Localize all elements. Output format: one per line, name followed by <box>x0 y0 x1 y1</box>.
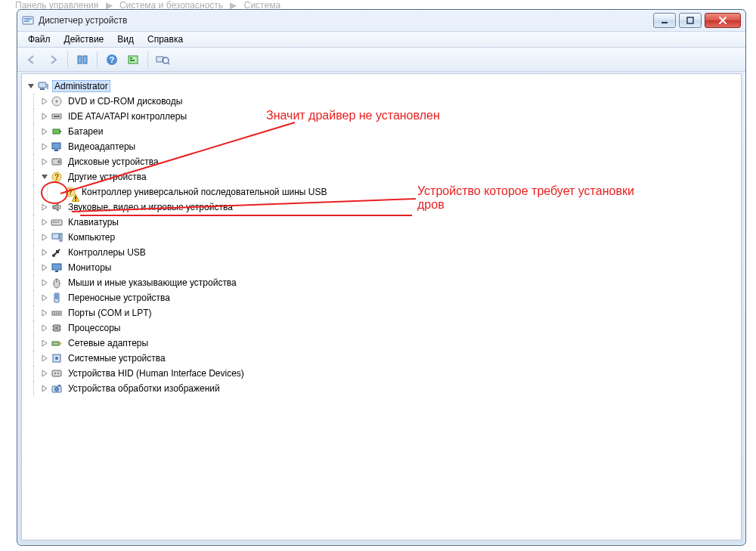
tree-item-label[interactable]: Системные устройства <box>66 352 168 364</box>
breadcrumb-segment: Панель управления <box>15 0 98 9</box>
tree-item[interactable]: Системные устройства <box>26 351 736 366</box>
close-button[interactable] <box>705 13 741 28</box>
chevron-right-icon[interactable] <box>40 218 49 227</box>
tree-item[interactable]: Устройства обработки изображений <box>26 381 736 396</box>
tree-item[interactable]: Мыши и иные указывающие устройства <box>26 275 736 290</box>
scan-button[interactable] <box>153 50 172 70</box>
tree-item-label[interactable]: Процессоры <box>66 322 123 334</box>
svg-rect-4 <box>687 17 693 23</box>
tree-item[interactable]: Переносные устройства <box>26 290 736 305</box>
chevron-right-icon[interactable] <box>40 354 49 363</box>
chevron-right-icon[interactable] <box>40 263 49 272</box>
tree-item-label[interactable]: IDE ATA/ATAPI контроллеры <box>66 110 189 122</box>
chevron-right-icon: ▶ <box>230 0 237 9</box>
menu-help[interactable]: Справка <box>141 33 189 46</box>
tree-item[interactable]: Сетевые адаптеры <box>26 336 736 351</box>
chevron-right-icon[interactable] <box>40 248 49 257</box>
tree-root[interactable]: Administrator <box>26 79 736 94</box>
chevron-down-icon[interactable] <box>26 82 36 91</box>
minimize-button[interactable] <box>653 13 676 28</box>
tree-item-label[interactable]: Контроллер универсальной последовательно… <box>79 186 329 198</box>
svg-rect-66 <box>58 385 60 386</box>
tree-item[interactable]: Звуковые, видео и игровые устройства <box>26 200 736 215</box>
port-icon <box>51 307 63 319</box>
tree-item[interactable]: Процессоры <box>26 320 736 336</box>
tree-item-label[interactable]: Administrator <box>52 80 110 92</box>
breadcrumb: Панель управления ▶ Система и безопаснос… <box>15 0 741 9</box>
tree-item[interactable]: Батареи <box>26 124 736 139</box>
menu-file[interactable]: Файл <box>22 33 57 46</box>
tree-item[interactable]: Компьютер <box>26 230 736 245</box>
title-bar[interactable]: Диспетчер устройств <box>17 10 745 31</box>
tree-item-label[interactable]: Контроллеры USB <box>66 246 148 258</box>
back-button[interactable] <box>22 50 42 70</box>
tree-item[interactable]: Дисковые устройства <box>26 154 736 169</box>
system-device-icon <box>51 352 63 364</box>
usb-icon <box>51 246 63 258</box>
tree-item[interactable]: ?Другие устройства <box>26 169 736 184</box>
forward-button[interactable] <box>43 50 63 70</box>
svg-rect-57 <box>52 342 59 345</box>
menu-view[interactable]: Вид <box>111 33 140 46</box>
tree-item[interactable]: DVD и CD-ROM дисководы <box>26 94 736 109</box>
tree-item-label[interactable]: Дисковые устройства <box>66 156 161 168</box>
tree-item[interactable]: Контроллеры USB <box>26 245 736 260</box>
chevron-right-icon[interactable] <box>40 323 49 333</box>
close-icon <box>718 16 727 25</box>
svg-rect-3 <box>662 22 668 23</box>
svg-text:?: ? <box>54 173 59 181</box>
tree-item-label[interactable]: Мониторы <box>66 262 113 274</box>
tree-item-label[interactable]: Сетевые адаптеры <box>66 337 150 349</box>
chevron-right-icon[interactable] <box>40 339 49 348</box>
chevron-right-icon[interactable] <box>40 384 49 393</box>
chevron-right-icon[interactable] <box>40 142 49 151</box>
tree-item-label[interactable]: Переносные устройства <box>66 292 172 304</box>
menu-action[interactable]: Действие <box>58 33 110 46</box>
tree-item-label[interactable]: Мыши и иные указывающие устройства <box>66 277 239 289</box>
svg-rect-15 <box>39 82 46 88</box>
tree-item-label[interactable]: Клавиатуры <box>66 216 121 228</box>
tree-item[interactable]: IDE ATA/ATAPI контроллеры <box>26 109 736 124</box>
chevron-right-icon[interactable] <box>40 308 49 317</box>
speaker-icon <box>51 201 63 213</box>
svg-rect-39 <box>60 234 62 241</box>
chevron-right-icon[interactable] <box>40 293 49 302</box>
details-button[interactable] <box>123 50 143 70</box>
tree-item-label[interactable]: Устройства HID (Human Interface Devices) <box>66 367 246 379</box>
columns-icon <box>76 54 88 66</box>
svg-point-50 <box>58 313 60 314</box>
chevron-right-icon[interactable] <box>40 127 49 136</box>
tree-item-label[interactable]: Порты (COM и LPT) <box>66 307 154 319</box>
tree-item-label[interactable]: Компьютер <box>66 231 117 243</box>
chevron-right-icon[interactable] <box>40 369 49 378</box>
show-hidden-button[interactable] <box>73 50 92 70</box>
svg-rect-61 <box>52 370 61 376</box>
battery-icon <box>51 125 63 138</box>
chevron-right-icon[interactable] <box>40 112 49 121</box>
tree-item-label[interactable]: Видеоадаптеры <box>66 141 138 153</box>
toolbar-separator <box>67 51 68 68</box>
tree-item[interactable]: Видеоадаптеры <box>26 139 736 154</box>
svg-point-19 <box>56 101 58 103</box>
chevron-down-icon[interactable] <box>40 172 49 181</box>
tree-item-label[interactable]: Устройства обработки изображений <box>66 382 222 395</box>
svg-rect-5 <box>78 56 82 63</box>
chevron-right-icon[interactable] <box>40 157 49 166</box>
device-tree[interactable]: AdministratorDVD и CD-ROM дисководыIDE A… <box>26 79 736 535</box>
chevron-right-icon[interactable] <box>40 203 49 212</box>
tree-item-label[interactable]: Звуковые, видео и игровые устройства <box>66 201 235 213</box>
tree-item[interactable]: Клавиатуры <box>26 215 736 230</box>
tree-item-label[interactable]: Батареи <box>66 125 105 138</box>
tree-item-label[interactable]: DVD и CD-ROM дисководы <box>66 95 184 107</box>
help-button[interactable]: ? <box>102 50 122 70</box>
tree-item[interactable]: Порты (COM и LPT) <box>26 305 736 320</box>
maximize-button[interactable] <box>679 13 702 28</box>
svg-point-60 <box>55 357 58 360</box>
tree-item[interactable]: Мониторы <box>26 260 736 275</box>
tree-item[interactable]: Устройства HID (Human Interface Devices) <box>26 366 736 381</box>
chevron-right-icon[interactable] <box>40 278 49 287</box>
chevron-right-icon[interactable] <box>40 97 49 106</box>
chevron-right-icon[interactable] <box>40 233 49 242</box>
tree-item[interactable]: ?Контроллер универсальной последовательн… <box>26 184 736 200</box>
tree-item-label[interactable]: Другие устройства <box>66 171 149 183</box>
